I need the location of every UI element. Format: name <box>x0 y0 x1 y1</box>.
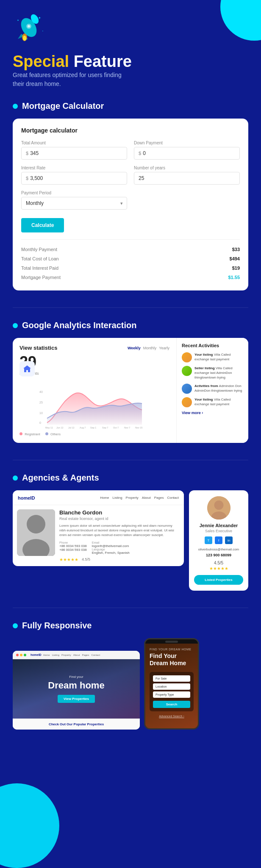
desktop-nav-listing[interactable]: Listing <box>52 654 59 656</box>
mobile-form-sale[interactable]: For Sale <box>153 675 190 682</box>
desktop-nav-property[interactable]: Property <box>61 654 71 656</box>
nav-contact[interactable]: Contact <box>167 496 179 500</box>
years-label: Number of years <box>134 166 240 170</box>
svg-text:Sep 7: Sep 7 <box>102 426 108 429</box>
mobile-form-type[interactable]: Property Type <box>153 691 190 698</box>
calculate-button[interactable]: Calculate <box>21 218 64 232</box>
agency-content: Blanche Gordon Real estate licensor, age… <box>13 505 184 566</box>
mortgage-card-title: Mortgage calculator <box>21 127 240 134</box>
agent-small-card: Jennie Alexander Sales Executive T f in … <box>189 490 248 591</box>
result-mortgage-payment: Mortgage Payment $1.55 <box>21 273 240 282</box>
activity-text-2: Seller listing Villa Called exchange las… <box>194 366 243 380</box>
agent-stars: ★★★★★ <box>59 557 78 562</box>
nav-property[interactable]: Property <box>126 496 139 500</box>
facebook-icon[interactable]: f <box>215 536 222 544</box>
twitter-icon[interactable]: T <box>205 536 212 544</box>
mobile-notch-hole <box>165 641 178 643</box>
agent-role: Real estate licensor, agent id <box>59 517 180 521</box>
analytics-inner: View statistics Weekly Monthly Yearly <box>13 338 248 443</box>
main-title: Special Feature <box>13 53 248 71</box>
agent-lang: English, French, Spanish <box>92 551 130 555</box>
desktop-nav-home[interactable]: Home <box>43 654 50 656</box>
nav-listing[interactable]: Listing <box>112 496 122 500</box>
mobile-screen: FIND YOUR DREAM HOME Find Your Dream Hom… <box>145 644 198 728</box>
maximize-btn <box>24 654 26 656</box>
desktop-hero-button[interactable]: View Properties <box>58 695 95 703</box>
desktop-hero-sub: Find your <box>69 675 83 679</box>
payment-period-group: Payment Period Monthly <box>21 191 127 210</box>
tab-weekly[interactable]: Weekly <box>128 346 141 350</box>
linkedin-icon[interactable]: in <box>225 536 233 544</box>
mobile-adv-search[interactable]: Advanced Search › <box>150 715 194 718</box>
svg-text:✦: ✦ <box>38 16 41 20</box>
nav-pages[interactable]: Pages <box>154 496 164 500</box>
section-bullet-mortgage <box>13 104 18 109</box>
agency-logo: homeID <box>18 494 35 501</box>
agent-small-phone: 123 900 68099 <box>194 553 243 557</box>
result-total-cost: Total Cost of Loan $494 <box>21 254 240 263</box>
legend-registrant: Registrant <box>19 432 40 436</box>
activity-bold-3: Activities from <box>194 384 219 388</box>
section-bullet-analytics <box>13 323 18 328</box>
divider-3 <box>13 608 248 608</box>
down-payment-group: Down Payment $ 0 <box>134 141 240 160</box>
divider-2 <box>13 460 248 460</box>
section-bullet-agencies <box>13 475 18 481</box>
total-amount-group: Total Amount $ 345 <box>21 141 127 160</box>
stats-tabs: Weekly Monthly Yearly <box>128 346 169 350</box>
agency-nav: homeID Home Listing Property About Pages… <box>13 490 184 505</box>
svg-text:Nov 7: Nov 7 <box>124 426 130 429</box>
down-payment-label: Down Payment <box>134 141 240 145</box>
recent-activities-title: Recent Activities <box>182 343 243 348</box>
mobile-title: Find Your Dream Home <box>150 652 194 667</box>
result-total-interest: Total Interest Paid $19 <box>21 263 240 273</box>
section-header-responsive: Fully Responsive <box>13 621 248 630</box>
svg-text:•: • <box>42 30 43 32</box>
desktop-hero: Find your Dream home View Properties <box>13 659 140 719</box>
payment-period-label: Payment Period <box>21 191 127 195</box>
mortgage-row-1: Total Amount $ 345 Down Payment $ 0 <box>21 141 240 160</box>
svg-text:May 11: May 11 <box>45 426 53 429</box>
mobile-search-button[interactable]: Search <box>153 701 190 708</box>
interest-rate-group: Interest Rate $ 3,500 <box>21 166 127 185</box>
chart-legend: Registrant Others <box>19 432 169 436</box>
agent-small-role: Sales Executive <box>194 529 243 533</box>
payment-period-select[interactable]: Monthly <box>21 197 127 210</box>
desktop-hero-title: Dream home <box>48 680 104 691</box>
view-stats-header: View statistics Weekly Monthly Yearly <box>19 345 169 351</box>
agent-desc: Lorem ipsum dolor sit amet consectetuer … <box>59 523 180 538</box>
chart-area: 40 25 10 0 <box>19 387 169 429</box>
mobile-form-location[interactable]: Location <box>153 683 190 690</box>
desktop-nav-contact[interactable]: Contact <box>91 654 100 656</box>
total-amount-input[interactable]: $ 345 <box>21 147 127 160</box>
total-amount-value: 345 <box>30 150 39 156</box>
section-title-analytics: Google Analytics Interaction <box>22 321 136 330</box>
listed-properties-button[interactable]: Listed Properties <box>194 575 243 585</box>
down-payment-value: 0 <box>143 150 146 156</box>
lang-label: Language <box>92 548 130 551</box>
interest-rate-input[interactable]: $ 3,500 <box>21 172 127 185</box>
tab-yearly[interactable]: Yearly <box>159 346 169 350</box>
home-icon-box <box>19 361 35 376</box>
desktop-nav-pages[interactable]: Pages <box>82 654 89 656</box>
down-payment-input[interactable]: $ 0 <box>134 147 240 160</box>
legend-dot-others <box>45 432 48 435</box>
agent-phone: +86 0034 593 038 <box>59 544 87 548</box>
home-icon <box>23 365 31 373</box>
desktop-mockup: homeID Home Listing Property About Pages… <box>13 651 140 730</box>
tab-monthly[interactable]: Monthly <box>143 346 157 350</box>
years-input[interactable]: 25 <box>134 172 240 185</box>
analytics-left: View statistics Weekly Monthly Yearly <box>13 338 176 443</box>
activity-item-4: Your listing Villa Called exchange last … <box>182 397 243 407</box>
agent-email-group: Email logonfr@thelivemail.com Language E… <box>92 541 130 555</box>
mortgage-payment-label: Mortgage Payment <box>21 275 61 280</box>
agency-nav-links: Home Listing Property About Pages Contac… <box>100 496 179 500</box>
agent-small-name: Jennie Alexander <box>194 523 243 528</box>
svg-text:0: 0 <box>39 421 41 424</box>
desktop-nav: Home Listing Property About Pages Contac… <box>43 654 100 656</box>
nav-about[interactable]: About <box>142 496 151 500</box>
nav-home[interactable]: Home <box>100 496 109 500</box>
desktop-nav-about[interactable]: About <box>73 654 80 656</box>
view-more-link[interactable]: View more › <box>182 411 243 415</box>
agent-small-email: oliverbutross@themail.com <box>194 547 243 551</box>
